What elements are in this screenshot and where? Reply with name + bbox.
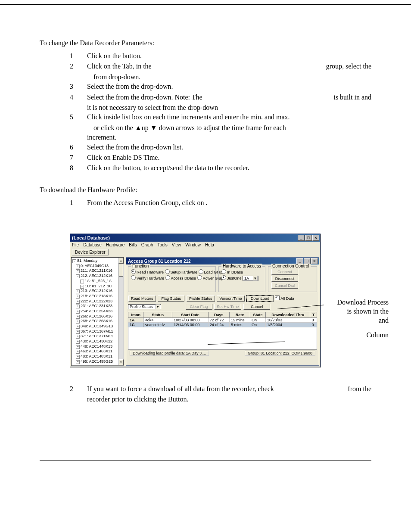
- expand-icon[interactable]: -: [72, 259, 76, 263]
- tree-node[interactable]: -81, Monday: [72, 258, 123, 264]
- expand-icon[interactable]: +: [76, 305, 80, 308]
- scroll-down-icon[interactable]: ▾: [118, 359, 124, 365]
- minimize-icon[interactable]: _: [298, 235, 305, 241]
- col-downloaded-thru[interactable]: Downloaded Thru: [266, 312, 310, 318]
- expand-icon[interactable]: +: [76, 264, 80, 268]
- expand-icon[interactable]: +: [76, 320, 80, 324]
- radio-power-graph[interactable]: [197, 275, 202, 280]
- expand-icon[interactable]: +: [76, 350, 80, 354]
- device-tree[interactable]: -81, Monday+0: AEC1349G13+211: AEC1211X1…: [71, 257, 124, 365]
- app-titlebar[interactable]: (Local Database) _ □ ×: [70, 234, 320, 242]
- radio-read-hardware[interactable]: [131, 269, 136, 274]
- radio-load-graph[interactable]: [199, 269, 203, 274]
- close-icon[interactable]: ×: [312, 235, 319, 241]
- all-data-checkbox[interactable]: [275, 296, 280, 300]
- tree-node[interactable]: +266: AEC1266X16: [72, 314, 123, 319]
- radio-verify-hardware[interactable]: [131, 275, 136, 280]
- menu-hardware[interactable]: Hardware: [106, 243, 125, 247]
- col-imon[interactable]: Imon: [128, 312, 143, 318]
- expand-icon[interactable]: +: [76, 269, 80, 273]
- tree-node[interactable]: +218: AEC1218X16: [72, 294, 123, 299]
- flag-status-button[interactable]: Flag Status: [158, 296, 184, 302]
- set-hw-time-button[interactable]: Set Hw Time: [214, 304, 241, 310]
- read-meters-button[interactable]: Read Meters: [128, 296, 156, 302]
- tree-node[interactable]: +448: AEC1448X13: [72, 344, 123, 349]
- expand-icon[interactable]: +: [76, 315, 80, 319]
- expand-icon[interactable]: +: [76, 330, 80, 334]
- expand-icon[interactable]: -: [76, 274, 80, 278]
- expand-icon[interactable]: +: [76, 295, 80, 299]
- menu-database[interactable]: Database: [83, 243, 102, 247]
- disconnect-button[interactable]: Disconnect: [271, 276, 298, 282]
- tree-node[interactable]: +268: AEC1268X16: [72, 319, 123, 324]
- expand-icon[interactable]: +: [80, 285, 84, 289]
- tree-node[interactable]: +1A: 81_523_1A: [72, 279, 123, 284]
- menubar[interactable]: File Database Hardware Bills Graph Tools…: [70, 242, 320, 248]
- col-t[interactable]: T: [310, 312, 317, 318]
- expand-icon[interactable]: +: [76, 345, 80, 349]
- download-button[interactable]: DownLoad: [246, 296, 273, 302]
- tree-node[interactable]: -212: AEC1212X16: [72, 274, 123, 279]
- expand-icon[interactable]: +: [76, 335, 80, 339]
- maximize-icon[interactable]: □: [304, 258, 311, 264]
- radio-in-dbase[interactable]: [221, 269, 226, 274]
- expand-icon[interactable]: +: [80, 280, 84, 283]
- tree-node[interactable]: +254: AEC1254X23: [72, 309, 123, 314]
- menu-bills[interactable]: Bills: [129, 243, 137, 247]
- clear-flag-button[interactable]: Clear Flag: [186, 304, 212, 310]
- col-start-date[interactable]: Start Date: [172, 312, 209, 318]
- expand-icon[interactable]: +: [76, 340, 80, 344]
- profile-status-select[interactable]: Profile Status: [128, 304, 161, 309]
- tree-node[interactable]: +231: AEC1231X23: [72, 304, 123, 309]
- table-row[interactable]: 1A <ok> 10/27/03 00:00 72 of 72 15 mins …: [128, 318, 317, 323]
- radio-setup-hardware[interactable]: [165, 269, 170, 274]
- close-icon[interactable]: ×: [311, 258, 318, 264]
- cancel-dial-button[interactable]: Cancel Dial: [271, 283, 298, 289]
- scroll-up-icon[interactable]: ▴: [118, 258, 124, 264]
- col-days[interactable]: Days: [208, 312, 229, 318]
- tree-node[interactable]: +483: AEC1483X11: [72, 354, 123, 359]
- col-rate[interactable]: Rate: [229, 312, 250, 318]
- radio-just-one[interactable]: [221, 275, 226, 280]
- expand-icon[interactable]: +: [76, 325, 80, 329]
- connect-button[interactable]: Connect: [271, 269, 298, 275]
- tree-node[interactable]: +349: AEC1349G13: [72, 324, 123, 329]
- tree-node[interactable]: +495: AEC1495G25: [72, 359, 123, 364]
- version-time-button[interactable]: Version/Time: [217, 296, 244, 302]
- menu-help[interactable]: Help: [205, 243, 214, 247]
- cancel-button[interactable]: Cancel: [243, 304, 270, 310]
- col-state[interactable]: State: [250, 312, 265, 318]
- tree-node[interactable]: +211: AEC1211X16: [72, 268, 123, 274]
- minimize-icon[interactable]: _: [296, 258, 303, 264]
- tree-node[interactable]: +222: AEC1222X23: [72, 299, 123, 304]
- table-row[interactable]: 1C <canceled> 12/14/03 00:00 24 of 24 5 …: [128, 323, 317, 327]
- menu-file[interactable]: File: [72, 243, 79, 247]
- download-table[interactable]: Imon Status Start Date Days Rate State D…: [128, 312, 317, 327]
- tree-node[interactable]: +213: AEC1212X16: [72, 289, 123, 294]
- menu-view[interactable]: View: [172, 243, 181, 247]
- expand-icon[interactable]: +: [76, 289, 80, 293]
- menu-window[interactable]: Window: [185, 243, 201, 247]
- expand-icon[interactable]: +: [76, 310, 80, 314]
- tree-node[interactable]: +463: AEC1463X11: [72, 349, 123, 354]
- radio-access-dbase[interactable]: [165, 275, 170, 280]
- steps-list-2: 1From the Access Function Group, click o…: [70, 198, 371, 208]
- maximize-icon[interactable]: □: [305, 235, 312, 241]
- tree-node[interactable]: +371: AEC1371M11: [72, 334, 123, 339]
- hardware-select[interactable]: 1A: [243, 276, 258, 281]
- label: In DBase: [227, 270, 243, 274]
- tree-node[interactable]: +1C: 81_212_1C: [72, 284, 123, 289]
- expand-icon[interactable]: +: [76, 360, 80, 364]
- tree-node[interactable]: +367: AEC1367M11: [72, 329, 123, 334]
- expand-icon[interactable]: +: [76, 355, 80, 359]
- tree-node[interactable]: +430: AEC1430K22: [72, 339, 123, 344]
- profile-status-button[interactable]: Profile Status: [187, 296, 215, 302]
- scroll-thumb[interactable]: [119, 264, 123, 277]
- col-status[interactable]: Status: [143, 312, 172, 318]
- device-explorer-button[interactable]: Device Explorer: [72, 249, 109, 255]
- menu-graph[interactable]: Graph: [141, 243, 153, 247]
- menu-tools[interactable]: Tools: [157, 243, 167, 247]
- scrollbar-vertical[interactable]: ▴ ▾: [118, 258, 124, 365]
- tree-node[interactable]: +0: AEC1349G13: [72, 264, 123, 269]
- expand-icon[interactable]: +: [76, 300, 80, 304]
